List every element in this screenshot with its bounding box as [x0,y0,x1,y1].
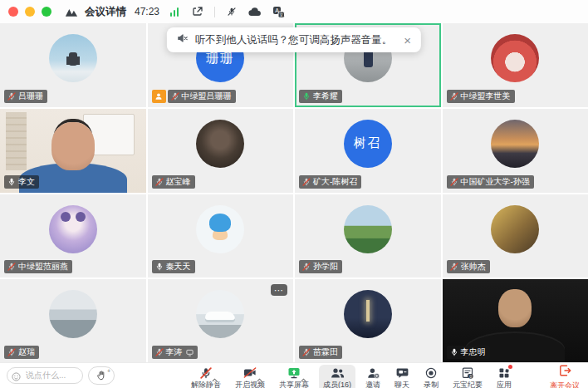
apps-button[interactable]: 应用 [492,365,516,388]
chat-button[interactable]: 聊天 [390,365,414,388]
chat-input-wrap [7,366,83,385]
participant-tile[interactable]: 赵宝峰 [148,109,294,193]
participant-name: 中绿盟吕珊珊 [182,91,232,101]
record-icon [425,366,437,379]
avatar [49,290,97,338]
mic-status-icon [302,348,311,356]
participant-tile[interactable]: 中国矿业大学-孙强 [443,109,588,193]
caption-translate-icon[interactable]: A 文 [270,3,287,20]
participant-name-bar: 吕珊珊 [4,90,47,103]
cloud-icon[interactable] [247,3,263,20]
participant-name: 秦天天 [166,262,191,272]
close-window-button[interactable] [8,7,18,17]
mic-status-icon [155,263,164,271]
participant-name-bar: 李文 [4,175,39,189]
avatar-initials: 珊珊 [206,51,234,66]
avatar [49,34,97,82]
camera-muted-icon [243,366,257,379]
participant-tile[interactable]: 李文 [0,109,146,193]
participant-tile[interactable]: 孙学阳 [295,194,441,278]
maximize-window-button[interactable] [42,7,51,17]
button-label: 聊天 [394,380,409,388]
invite-icon [367,366,380,379]
record-button[interactable]: 录制 [419,365,443,388]
participant-name: 矿大-陈树召 [313,177,357,187]
emoji-icon[interactable] [12,370,21,385]
mic-status-icon [7,178,16,186]
meeting-timer: 47:23 [135,6,159,17]
share-window-icon[interactable] [189,3,206,20]
speaker-muted-icon [177,32,189,47]
participant-name-bar: 孙学阳 [299,260,342,273]
mic-status-icon [450,348,458,356]
audio-tip-banner: 听不到他人说话吗？您可调高扬声器音量。 × [167,27,421,52]
chevron-up-icon[interactable] [212,371,218,386]
participant-tile[interactable]: 赵瑞 [0,279,146,363]
members-icon [331,366,345,379]
participant-name-bar: 李涛 [152,346,198,359]
button-label: 录制 [424,380,439,388]
participant-name: 苗霖田 [313,347,338,357]
hand-spark: + [107,368,110,374]
participant-name-bar: 中绿盟范丽燕 [4,260,72,273]
participant-name-bar: 中绿盟吕珊珊 [168,90,236,103]
yuanbao-notes-button[interactable]: 0 元宝纪要 [448,365,487,388]
meeting-details-title[interactable]: 会议详情 [85,5,126,19]
start-video-button[interactable]: 开启视频 [231,365,269,388]
screen-share-icon [287,366,301,379]
mic-muted-status-icon[interactable] [223,3,240,20]
banner-text: 听不到他人说话吗？您可调高扬声器音量。 [195,33,393,47]
participant-name: 吕珊珊 [18,91,43,101]
participant-name-bar: 矿大-陈树召 [299,175,361,189]
leave-meeting-button[interactable]: 离开会议 [550,365,580,388]
button-label: 应用 [497,380,512,388]
banner-close-icon[interactable]: × [404,34,411,47]
bottom-toolbar: + 解除静音 开启视频 共享屏幕 [0,362,588,388]
mic-muted-icon [200,366,212,379]
mic-status-icon [7,263,16,271]
participant-name: 张帅杰 [461,262,486,272]
avatar-initials: 树召 [354,135,382,151]
network-signal-icon[interactable] [166,3,183,20]
svg-text:文: 文 [279,12,284,17]
participant-tile[interactable]: 中绿盟范丽燕 [0,194,146,278]
chevron-up-icon[interactable] [257,371,262,386]
avatar [491,120,539,168]
mic-status-icon [171,92,179,101]
unmute-button[interactable]: 解除静音 [187,365,225,388]
participant-name-bar: 张帅杰 [447,260,490,273]
members-button[interactable]: 成员(16) [319,365,355,388]
invite-button[interactable]: 邀请 [361,365,385,388]
raise-hand-button[interactable]: + [88,366,115,385]
avatar: 树召 [344,120,392,168]
participant-name: 中绿盟范丽燕 [18,262,68,272]
titlebar-divider [214,7,215,17]
mic-status-icon [155,178,164,186]
mic-status-icon [302,92,311,101]
participant-tile[interactable]: 张帅杰 [443,194,588,278]
chevron-up-icon[interactable] [301,371,306,386]
participant-tile[interactable]: 吕珊珊 [0,23,146,107]
avatar [196,205,244,253]
participant-tile[interactable]: 李忠明 [443,279,588,363]
participant-name: 中国矿业大学-孙强 [461,177,530,187]
more-options-button[interactable]: ⋯ [271,284,287,296]
mic-status-icon [302,178,311,186]
minimize-window-button[interactable] [25,7,35,17]
mic-status-icon [155,348,164,356]
participant-tile[interactable]: ⋯ 李涛 [148,279,294,363]
button-label: 成员(16) [323,380,351,388]
share-screen-button[interactable]: 共享屏幕 [275,365,313,388]
participant-name: 赵瑞 [18,347,35,357]
notes-icon: 0 [462,366,473,379]
button-label: 离开会议 [550,381,580,388]
participant-name-bar: 李希耀 [299,90,342,103]
button-label: 元宝纪要 [453,380,483,388]
quick-chat-area: + [7,366,115,385]
participant-name: 孙学阳 [313,262,338,272]
participant-tile[interactable]: 中绿盟李世美 [443,23,588,107]
avatar [491,205,539,253]
participant-tile[interactable]: 苗霖田 [295,279,441,363]
participant-tile[interactable]: 树召 矿大-陈树召 [295,109,441,193]
participant-tile[interactable]: 秦天天 [148,194,294,278]
